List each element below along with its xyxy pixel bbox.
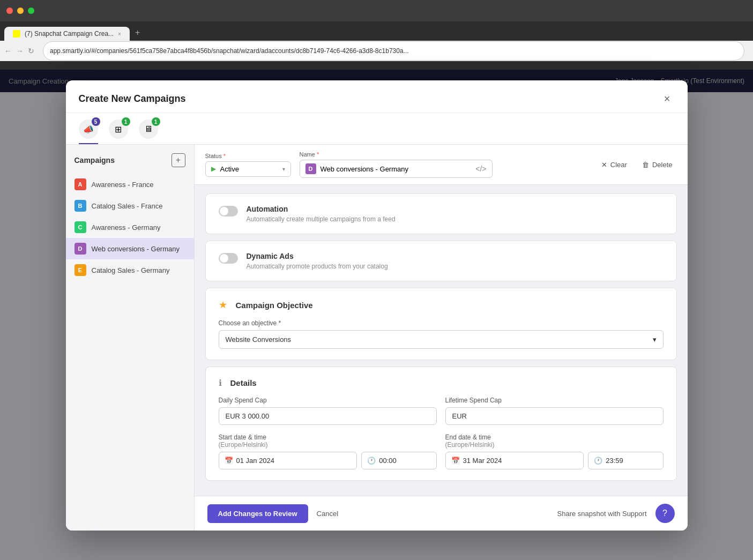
objective-title: Campaign Objective: [236, 301, 313, 310]
end-time-value: 23:59: [606, 457, 623, 465]
end-date-field: End date & time (Europe/Helsinki) 📅 31 M…: [445, 434, 663, 469]
end-time-input[interactable]: 🕐 23:59: [588, 452, 663, 469]
objective-card: ★ Campaign Objective Choose an objective…: [205, 288, 677, 360]
item-letter-c: C: [74, 221, 86, 233]
details-card: ℹ Details Daily Spend Cap Lifetime Spend…: [205, 367, 677, 481]
objective-required: *: [279, 319, 281, 327]
traffic-light-red[interactable]: [6, 8, 13, 14]
end-cal-icon: 📅: [451, 457, 460, 465]
item-letter-a: A: [74, 178, 86, 190]
url-text: app.smartly.io/#/companies/561f5ca758e7a…: [50, 47, 737, 55]
sidebar-item-awareness-germany[interactable]: C Awareness - Germany: [66, 216, 194, 238]
cancel-btn[interactable]: Cancel: [308, 504, 347, 523]
dynamic-ads-toggle[interactable]: [219, 253, 238, 264]
sidebar-item-label: Awareness - France: [92, 181, 154, 189]
sidebar-item-catalog-germany[interactable]: E Catalog Sales - Germany: [66, 259, 194, 281]
share-label: Share snapshot with Support: [557, 510, 647, 518]
sidebar-item-label: Awareness - Germany: [92, 223, 161, 232]
add-campaign-btn[interactable]: +: [172, 153, 185, 167]
modal-footer: Add Changes to Review Cancel Share snaps…: [195, 496, 688, 531]
tab-campaigns[interactable]: 📣 5: [79, 120, 98, 144]
objective-select[interactable]: Website Conversions ▾: [219, 330, 663, 349]
adsets-badge: 1: [122, 117, 130, 126]
lifetime-spend-cap-field: Lifetime Spend Cap: [445, 397, 663, 425]
status-chevron-icon: ▾: [282, 166, 285, 172]
automation-desc: Automatically create multiple campaigns …: [247, 215, 396, 223]
wizard-tabs: 📣 5 ⊞ 1 🖥 1: [66, 113, 688, 145]
automation-card-text: Automation Automatically create multiple…: [247, 205, 396, 223]
start-time-input[interactable]: 🕐 00:00: [361, 452, 436, 469]
dynamic-ads-card-text: Dynamic Ads Automatically promote produc…: [247, 252, 388, 270]
start-date-field: Start date & time (Europe/Helsinki) 📅 01…: [219, 434, 437, 469]
clear-btn[interactable]: ✕ Clear: [597, 158, 631, 172]
status-required: *: [223, 153, 226, 159]
campaigns-tab-icon: 📣 5: [79, 120, 98, 139]
tab-close-btn[interactable]: ×: [118, 31, 121, 37]
sidebar-item-label: Catalog Sales - France: [92, 202, 163, 210]
status-select[interactable]: ▶ Active ▾: [205, 161, 291, 177]
lifetime-spend-cap-label: Lifetime Spend Cap: [445, 397, 663, 404]
daily-spend-cap-input[interactable]: [219, 407, 437, 425]
details-grid: Daily Spend Cap Lifetime Spend Cap St: [219, 397, 663, 469]
item-letter-b: B: [74, 200, 86, 212]
play-icon: ▶: [211, 165, 216, 173]
dynamic-ads-title: Dynamic Ads: [247, 252, 388, 260]
content-area: Automation Automatically create multiple…: [195, 185, 688, 496]
status-label: Status *: [205, 153, 291, 159]
dynamic-ads-card-row: Dynamic Ads Automatically promote produc…: [219, 252, 663, 270]
objective-field-label: Choose an objective *: [219, 319, 663, 327]
automation-card: Automation Automatically create multiple…: [205, 193, 677, 234]
start-cal-icon: 📅: [225, 457, 233, 465]
sidebar-item-webconv-germany[interactable]: D Web conversions - Germany: [66, 238, 194, 259]
item-letter-d: D: [74, 243, 86, 255]
share-snapshot-btn[interactable]: Share snapshot with Support: [557, 510, 647, 518]
clear-label: Clear: [610, 161, 627, 169]
automation-title: Automation: [247, 205, 396, 213]
star-icon: ★: [219, 299, 227, 311]
start-date-input[interactable]: 📅 01 Jan 2024: [219, 452, 357, 469]
dynamic-ads-desc: Automatically promote products from your…: [247, 263, 388, 270]
end-clock-icon: 🕐: [594, 457, 602, 465]
ads-badge: 1: [152, 117, 160, 126]
sidebar-item-label: Web conversions - Germany: [92, 245, 180, 253]
new-tab-btn[interactable]: +: [130, 25, 145, 41]
back-btn[interactable]: ←: [4, 47, 12, 55]
modal-title: Create New Campaigns: [79, 93, 186, 104]
lifetime-spend-cap-input[interactable]: [445, 407, 663, 425]
modal-close-btn[interactable]: ×: [660, 91, 675, 106]
sidebar-item-awareness-france[interactable]: A Awareness - France: [66, 174, 194, 195]
modal-header: Create New Campaigns ×: [66, 80, 688, 113]
delete-trash-icon: 🗑: [642, 161, 649, 169]
add-changes-btn[interactable]: Add Changes to Review: [207, 504, 308, 523]
traffic-light-yellow[interactable]: [17, 8, 24, 14]
daily-spend-cap-field: Daily Spend Cap: [219, 397, 437, 425]
forward-btn[interactable]: →: [16, 47, 24, 55]
name-value: Web conversions - Germany: [320, 165, 409, 173]
details-header-row: ℹ Details: [219, 378, 663, 388]
refresh-btn[interactable]: ↻: [28, 47, 34, 55]
sidebar-header: Campaigns +: [66, 153, 194, 174]
browser-tab[interactable]: (7) Snapchat Campaign Crea... ×: [4, 27, 130, 41]
adsets-tab-icon: ⊞ 1: [109, 120, 128, 139]
automation-toggle[interactable]: [219, 206, 238, 216]
help-btn[interactable]: ?: [655, 504, 675, 523]
code-edit-icon[interactable]: </>: [475, 165, 486, 173]
name-field-group: Name * D Web conversions - Germany </>: [300, 151, 493, 178]
delete-label: Delete: [652, 161, 673, 169]
name-label: Name *: [300, 151, 493, 158]
tab-title: (7) Snapchat Campaign Crea...: [25, 30, 114, 38]
sidebar-title: Campaigns: [74, 156, 115, 165]
traffic-light-green[interactable]: [28, 8, 34, 14]
tab-adsets[interactable]: ⊞ 1: [109, 120, 128, 144]
start-date-row: 📅 01 Jan 2024 🕐 00:00: [219, 452, 437, 469]
objective-value: Website Conversions: [226, 335, 292, 344]
name-input-wrapper[interactable]: D Web conversions - Germany </>: [300, 160, 493, 178]
start-date-label: Start date & time (Europe/Helsinki): [219, 434, 437, 449]
daily-spend-cap-label: Daily Spend Cap: [219, 397, 437, 404]
end-date-input[interactable]: 📅 31 Mar 2024: [445, 452, 584, 469]
modal-overlay: Create New Campaigns × 📣 5 ⊞ 1: [0, 70, 753, 560]
modal: Create New Campaigns × 📣 5 ⊞ 1: [66, 80, 688, 531]
sidebar-item-catalog-france[interactable]: B Catalog Sales - France: [66, 195, 194, 216]
tab-ads[interactable]: 🖥 1: [139, 120, 158, 144]
delete-btn[interactable]: 🗑 Delete: [638, 158, 677, 172]
